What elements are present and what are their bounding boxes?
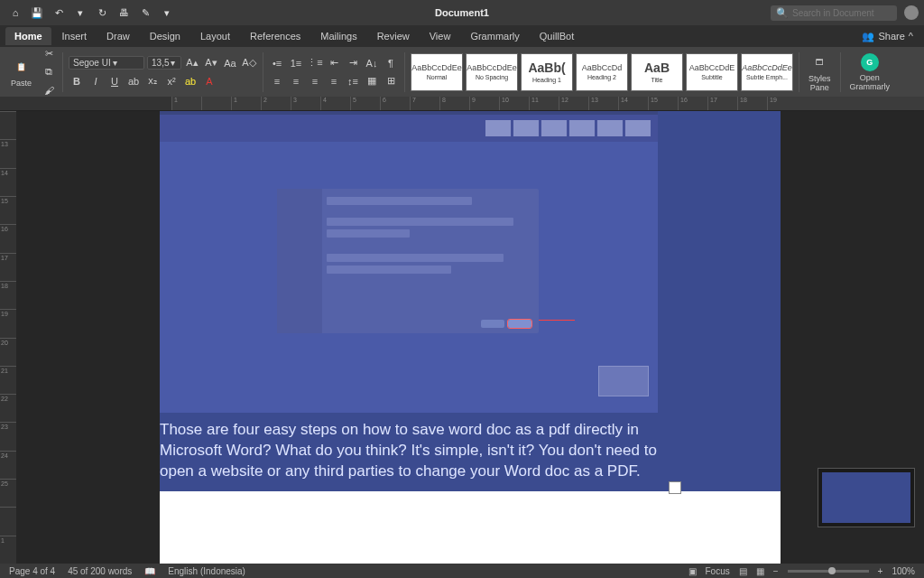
- spellcheck-icon[interactable]: 📖: [144, 566, 155, 576]
- font-size-dropdown[interactable]: 13,5▾: [147, 56, 181, 70]
- zoom-in-icon[interactable]: +: [878, 566, 883, 576]
- align-left-icon[interactable]: ≡: [269, 73, 285, 89]
- language-indicator[interactable]: English (Indonesia): [168, 566, 245, 576]
- share-icon: 👥: [862, 31, 874, 42]
- redo-icon[interactable]: ↻: [96, 6, 108, 19]
- tab-view[interactable]: View: [420, 27, 460, 45]
- underline-button[interactable]: U: [106, 73, 123, 89]
- decrease-font-icon[interactable]: A▾: [203, 55, 219, 71]
- clear-format-icon[interactable]: A◇: [241, 55, 257, 71]
- focus-label[interactable]: Focus: [706, 566, 730, 576]
- multilevel-icon[interactable]: ⋮≡: [307, 55, 323, 71]
- bold-button[interactable]: B: [69, 73, 85, 89]
- document-title: Document1: [435, 7, 489, 18]
- font-name-dropdown[interactable]: Segoe UI▾: [69, 56, 144, 70]
- justify-icon[interactable]: ≡: [326, 73, 342, 89]
- subscript-button[interactable]: x₂: [144, 73, 161, 89]
- strike-button[interactable]: ab: [125, 73, 142, 89]
- search-input[interactable]: [792, 8, 892, 18]
- zoom-value[interactable]: 100%: [892, 566, 915, 576]
- view-print-icon[interactable]: ▤: [739, 566, 747, 576]
- paste-label: Paste: [11, 79, 32, 88]
- line-spacing-icon[interactable]: ↕≡: [345, 73, 361, 89]
- style-heading1[interactable]: AaBb(Heading 1: [521, 53, 573, 91]
- ruler-vertical[interactable]: 131415161718192021222324251: [0, 111, 16, 564]
- home-icon[interactable]: ⌂: [9, 6, 22, 19]
- tab-quillbot[interactable]: QuillBot: [531, 27, 584, 45]
- document-canvas[interactable]: Those are four easy steps on how to save…: [16, 111, 924, 564]
- brush-icon[interactable]: ✎: [139, 6, 152, 19]
- qat-more-icon[interactable]: ▾: [161, 6, 173, 19]
- superscript-button[interactable]: x²: [163, 73, 180, 89]
- tab-layout[interactable]: Layout: [191, 27, 239, 45]
- numbering-icon[interactable]: 1≡: [288, 55, 304, 71]
- navigation-thumbnail[interactable]: [818, 468, 915, 527]
- tab-draw[interactable]: Draw: [97, 27, 139, 45]
- styles-pane-button[interactable]: 🗔 Styles Pane: [805, 51, 835, 94]
- collapse-ribbon-icon[interactable]: ^: [909, 31, 913, 42]
- focus-icon[interactable]: ▣: [688, 566, 697, 576]
- page-indicator[interactable]: Page 4 of 4: [9, 566, 55, 576]
- save-icon[interactable]: 💾: [31, 6, 43, 19]
- undo-dd-icon[interactable]: ▾: [74, 6, 87, 19]
- ribbon: 📋 Paste ✂ ⧉ 🖌 Segoe UI▾ 13,5▾ A▴ A▾ Aa A…: [0, 47, 924, 97]
- indent-left-icon[interactable]: ⇤: [326, 55, 342, 71]
- tab-design[interactable]: Design: [141, 27, 189, 45]
- increase-font-icon[interactable]: A▴: [184, 55, 200, 71]
- show-marks-icon[interactable]: ¶: [383, 55, 399, 71]
- font-name-value: Segoe UI: [73, 58, 111, 68]
- align-right-icon[interactable]: ≡: [307, 73, 323, 89]
- page: Those are four easy steps on how to save…: [160, 111, 781, 564]
- tab-grammarly[interactable]: Grammarly: [461, 27, 528, 45]
- status-bar: Page 4 of 4 45 of 200 words 📖 English (I…: [0, 564, 924, 578]
- font-color-button[interactable]: A: [201, 73, 217, 89]
- sort-icon[interactable]: A↓: [364, 55, 380, 71]
- zoom-out-icon[interactable]: −: [773, 566, 779, 576]
- undo-icon[interactable]: ↶: [52, 6, 65, 19]
- font-size-value: 13,5: [152, 58, 169, 68]
- document-body-text[interactable]: Those are four easy steps on how to save…: [160, 420, 658, 491]
- copy-icon[interactable]: ⧉: [41, 64, 57, 80]
- format-painter-icon[interactable]: 🖌: [41, 82, 57, 98]
- cut-icon[interactable]: ✂: [41, 46, 57, 62]
- chevron-down-icon: ▾: [171, 58, 175, 68]
- grammarly-label: Open Grammarly: [850, 73, 891, 91]
- view-web-icon[interactable]: ▦: [756, 566, 764, 576]
- style-normal[interactable]: AaBbCcDdEeNormal: [411, 53, 463, 91]
- italic-button[interactable]: I: [88, 73, 104, 89]
- word-count[interactable]: 45 of 200 words: [68, 566, 132, 576]
- style-subtitle[interactable]: AaBbCcDdESubtitle: [686, 53, 738, 91]
- style-title[interactable]: AaBTitle: [631, 53, 683, 91]
- borders-icon[interactable]: ⊞: [383, 73, 399, 89]
- style-no-spacing[interactable]: AaBbCcDdEeNo Spacing: [466, 53, 518, 91]
- style-subtle-emph[interactable]: AaBbCcDdEeSubtle Emph...: [741, 53, 793, 91]
- paste-button[interactable]: 📋 Paste: [7, 55, 35, 89]
- tab-insert[interactable]: Insert: [53, 27, 97, 45]
- highlight-button[interactable]: ab: [182, 73, 199, 89]
- search-icon: 🔍: [776, 7, 789, 19]
- align-center-icon[interactable]: ≡: [288, 73, 304, 89]
- paste-options-icon[interactable]: [669, 481, 681, 494]
- shading-icon[interactable]: ▦: [364, 73, 380, 89]
- user-avatar[interactable]: [904, 5, 919, 20]
- clipboard-icon: 📋: [12, 57, 32, 77]
- annotation-arrow: [539, 320, 575, 321]
- tab-review[interactable]: Review: [368, 27, 419, 45]
- change-case-icon[interactable]: Aa: [222, 55, 238, 71]
- style-heading2[interactable]: AaBbCcDdHeading 2: [576, 53, 628, 91]
- share-button[interactable]: Share: [878, 31, 904, 42]
- embedded-screenshot[interactable]: [160, 111, 658, 413]
- tab-mailings[interactable]: Mailings: [311, 27, 365, 45]
- search-box[interactable]: 🔍: [771, 5, 897, 21]
- print-icon[interactable]: 🖶: [117, 6, 130, 19]
- mini-export-button: [508, 320, 531, 328]
- bullets-icon[interactable]: •≡: [269, 55, 285, 71]
- chevron-down-icon: ▾: [113, 58, 117, 68]
- open-grammarly-button[interactable]: G Open Grammarly: [846, 51, 894, 93]
- indent-right-icon[interactable]: ⇥: [345, 55, 361, 71]
- tab-home[interactable]: Home: [5, 27, 51, 45]
- zoom-slider[interactable]: [788, 570, 869, 573]
- ruler-horizontal[interactable]: 112345678910111213141516171819: [0, 97, 924, 111]
- tab-references[interactable]: References: [241, 27, 310, 45]
- grammarly-icon: G: [861, 53, 879, 71]
